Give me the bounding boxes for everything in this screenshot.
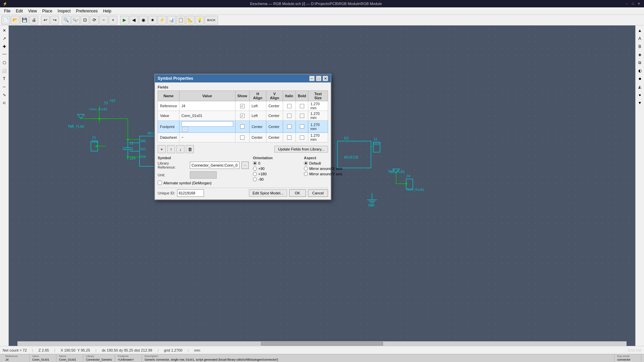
- run-button[interactable]: ▶: [120, 16, 129, 24]
- field-bold[interactable]: [296, 133, 308, 142]
- alt-symbol-checkbox[interactable]: [158, 181, 162, 185]
- field-value[interactable]: ~: [179, 133, 235, 142]
- right-tool-2[interactable]: B: [636, 43, 644, 50]
- field-italic[interactable]: [283, 111, 296, 121]
- menu-preferences[interactable]: Preferences: [73, 8, 101, 14]
- zoom-plus-button[interactable]: +: [109, 16, 117, 24]
- right-tool-5[interactable]: ◐: [636, 67, 644, 74]
- add-line-tool[interactable]: ∿: [1, 91, 8, 99]
- ok-button[interactable]: OK: [289, 189, 306, 197]
- field-bold[interactable]: [296, 101, 308, 111]
- field-show[interactable]: [235, 121, 249, 133]
- dialog-close[interactable]: ✕: [323, 76, 328, 81]
- aspect-default-radio[interactable]: [304, 161, 308, 165]
- update-from-library-button[interactable]: Update Fields from Library...: [274, 146, 328, 153]
- add-hierarchical-tool[interactable]: ⊂: [1, 99, 8, 107]
- new-button[interactable]: 📄: [1, 16, 10, 24]
- add-nolabel-tool[interactable]: ⬜: [1, 67, 8, 74]
- footprint-browse-btn[interactable]: ⋯: [182, 127, 188, 132]
- undo-button[interactable]: ↩: [41, 16, 50, 24]
- footprint-input[interactable]: [181, 121, 233, 127]
- menu-view[interactable]: View: [25, 8, 40, 14]
- add-junction-tool[interactable]: ⬡: [1, 59, 8, 66]
- add-wire-tool[interactable]: 〰: [1, 51, 8, 58]
- aspect-mirrorx[interactable]: Mirror around X axis: [304, 167, 351, 171]
- lib-browse-button[interactable]: ⋯: [241, 162, 249, 169]
- add-bus-tool[interactable]: ↔: [1, 83, 8, 90]
- orient-90-radio[interactable]: [253, 167, 257, 171]
- right-tool-8[interactable]: ●: [636, 91, 644, 99]
- field-value[interactable]: Conn_01x01: [179, 111, 235, 121]
- right-tool-3[interactable]: ◈: [636, 51, 644, 58]
- select-tool[interactable]: ✕: [1, 27, 8, 34]
- move-up-button[interactable]: ↑: [167, 145, 175, 153]
- zoom-out-button[interactable]: 🔍−: [71, 16, 80, 24]
- field-value[interactable]: J4: [179, 101, 235, 111]
- menu-file[interactable]: File: [1, 8, 13, 14]
- scrollbar-thumb-h[interactable]: [261, 342, 383, 346]
- orient-180[interactable]: +180: [253, 172, 300, 176]
- orient-0[interactable]: 0: [253, 161, 300, 165]
- open-button[interactable]: 📂: [11, 16, 19, 24]
- redo-button[interactable]: ↪: [50, 16, 59, 24]
- right-tool-6[interactable]: ■: [636, 75, 644, 82]
- menu-help[interactable]: Help: [100, 8, 114, 14]
- pointer-tool[interactable]: ↗: [1, 35, 8, 42]
- edit-spice-model-button[interactable]: Edit Spice Model...: [249, 189, 287, 197]
- right-tool-1[interactable]: A: [636, 35, 644, 42]
- orient-180-radio[interactable]: [253, 172, 257, 176]
- cancel-button[interactable]: Cancel: [308, 189, 328, 197]
- aspect-mirrory[interactable]: Mirror around Y axis: [304, 172, 351, 176]
- aspect-default[interactable]: Default: [304, 161, 351, 165]
- field-italic[interactable]: [283, 101, 296, 111]
- orient-neg90[interactable]: -90: [253, 177, 300, 181]
- zoom-fit-button[interactable]: ⊡: [80, 16, 89, 24]
- stop-button[interactable]: ◀: [129, 16, 138, 24]
- orient-0-radio[interactable]: [253, 161, 257, 165]
- symbol-properties-dialog[interactable]: Symbol Properties − □ ✕ Fields Name Valu…: [154, 74, 331, 200]
- add-text-tool[interactable]: T: [1, 75, 8, 82]
- dialog-minimize[interactable]: −: [309, 76, 315, 81]
- lib-ref-input[interactable]: [190, 162, 239, 169]
- field-bold[interactable]: [296, 111, 308, 121]
- minimize-button[interactable]: −: [625, 1, 629, 6]
- field-show[interactable]: [235, 133, 249, 142]
- horizontal-scrollbar[interactable]: [17, 341, 627, 346]
- pcb-button[interactable]: 📐: [186, 16, 195, 24]
- netlist-button[interactable]: ◉: [139, 16, 148, 24]
- field-italic[interactable]: [283, 133, 296, 142]
- fields-button[interactable]: 📊: [167, 16, 176, 24]
- menu-place[interactable]: Place: [40, 8, 55, 14]
- field-show[interactable]: [235, 101, 249, 111]
- zoom-reset-button[interactable]: ⟳: [90, 16, 99, 24]
- right-tool-7[interactable]: ◭: [636, 83, 644, 90]
- move-down-button[interactable]: ↓: [176, 145, 184, 153]
- dialog-maximize[interactable]: □: [316, 76, 321, 81]
- back-button[interactable]: BACK: [205, 16, 218, 24]
- maximize-button[interactable]: □: [631, 1, 635, 6]
- print-button[interactable]: 🖨: [30, 16, 38, 24]
- save-button[interactable]: 💾: [20, 16, 29, 24]
- aspect-mirrory-radio[interactable]: [304, 172, 308, 176]
- highlight-button[interactable]: 💡: [195, 16, 204, 24]
- field-value[interactable]: ⋯: [179, 121, 235, 133]
- right-tool-4[interactable]: ⧉: [636, 59, 644, 66]
- orient-neg90-radio[interactable]: [253, 177, 257, 181]
- delete-row-button[interactable]: 🗑: [186, 145, 194, 153]
- add-symbol-tool[interactable]: ✚: [1, 43, 8, 50]
- field-bold[interactable]: [296, 121, 308, 133]
- scroll-down[interactable]: ▼: [636, 99, 644, 107]
- field-show[interactable]: [235, 111, 249, 121]
- add-row-button[interactable]: +: [158, 145, 166, 153]
- scroll-up[interactable]: ▲: [636, 27, 644, 34]
- aspect-mirrorx-radio[interactable]: [304, 167, 308, 171]
- orient-90[interactable]: +90: [253, 167, 300, 171]
- zoom-minus-button[interactable]: −: [99, 16, 108, 24]
- annotate-button[interactable]: ★: [148, 16, 157, 24]
- uid-input[interactable]: [177, 189, 204, 197]
- bom-button[interactable]: 📋: [176, 16, 185, 24]
- erc-button[interactable]: ⚡: [158, 16, 166, 24]
- zoom-in-button[interactable]: 🔍: [62, 16, 70, 24]
- close-button[interactable]: ✕: [637, 1, 641, 6]
- field-italic[interactable]: [283, 121, 296, 133]
